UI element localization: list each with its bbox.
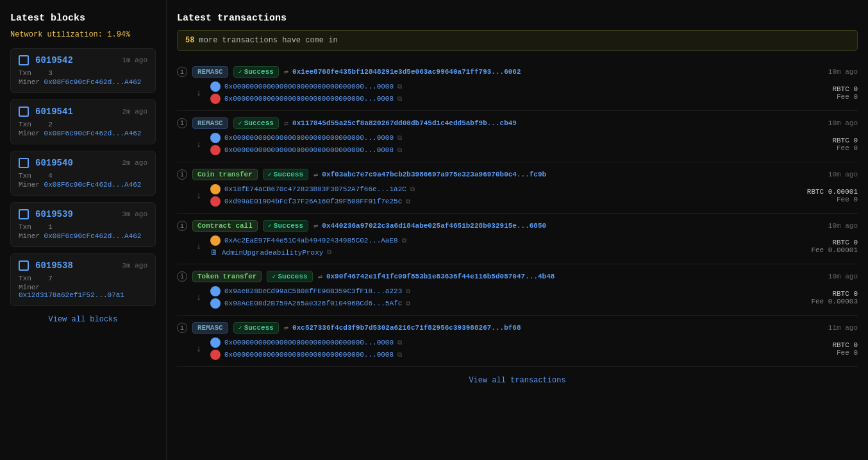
copy-icon[interactable]: ⧉: [397, 135, 402, 142]
block-number[interactable]: 6019539: [19, 209, 73, 219]
block-txn: Txn 1: [19, 223, 147, 231]
copy-icon[interactable]: ⧉: [402, 237, 406, 244]
block-time: 3m ago: [122, 262, 147, 269]
tx-status-badge: Success: [263, 169, 308, 180]
block-txn: Txn 3: [19, 69, 147, 77]
tx-time: 10m ago: [828, 222, 858, 230]
tx-values: RBTC 0 Fee 0.00001: [806, 239, 858, 254]
tx-time: 10m ago: [828, 171, 858, 178]
to-addr-circle: [210, 350, 221, 360]
network-util: Network utilization: 1.94%: [10, 30, 156, 39]
view-all-blocks-link[interactable]: View all blocks: [10, 315, 156, 324]
view-all-transactions-link[interactable]: View all transactions: [177, 376, 858, 385]
tx-type-badge: Contract call: [192, 220, 258, 232]
tx-top: i REMASC Success ⇌ 0xc527336f4cd3f9b7d53…: [177, 322, 858, 334]
block-card: 6019540 2m ago Txn 4 Miner 0x08F6c90cFc4…: [10, 151, 156, 196]
to-address[interactable]: 0x0000000000000000000000000000000...0008: [224, 95, 394, 103]
block-number[interactable]: 6019541: [19, 106, 73, 117]
tx-type-badge: Coin transfer: [192, 169, 258, 180]
to-address[interactable]: 0x0000000000000000000000000000000...0008: [224, 146, 394, 154]
to-addr-row: 🗎 AdminUpgradeabilityProxy ⧉: [210, 248, 800, 257]
tx-arrow-icon: ⇌: [284, 119, 288, 128]
info-icon[interactable]: i: [177, 271, 187, 282]
tx-hash[interactable]: 0xc527336f4cd3f9b7d5302a6216c71f82956c39…: [292, 324, 521, 332]
tx-top: i Token transfer Success ⇌ 0x90f46742e1f…: [177, 271, 858, 282]
transaction-row: i REMASC Success ⇌ 0x117845d55a25cf8a820…: [177, 111, 858, 162]
to-addr-row: 0xd99aE01904bFcf37F26A160f39F508FF91f7e2…: [210, 196, 800, 207]
to-address[interactable]: 0xd99aE01904bFcf37F26A160f39F508FF91f7e2…: [224, 198, 402, 205]
copy-icon[interactable]: ⧉: [406, 288, 410, 295]
copy-icon[interactable]: ⧉: [397, 96, 402, 103]
info-icon[interactable]: i: [177, 221, 187, 231]
copy-icon[interactable]: ⧉: [410, 186, 415, 193]
to-addr-row: 0x0000000000000000000000000000000...0008…: [210, 350, 800, 360]
tx-details-row: ↓ 0x0000000000000000000000000000000...00…: [177, 337, 858, 360]
block-number[interactable]: 6019538: [19, 260, 73, 271]
copy-icon[interactable]: ⧉: [397, 147, 402, 154]
tx-hash[interactable]: 0x440236a97022c3a6d184abe025af4651b228b0…: [322, 222, 546, 230]
tx-down-arrow: ↓: [194, 293, 204, 303]
to-addr-row: 0x0000000000000000000000000000000...0008…: [210, 94, 800, 104]
notification-text: more transactions: [199, 36, 283, 45]
copy-icon[interactable]: ⧉: [397, 352, 402, 359]
info-icon[interactable]: i: [177, 118, 187, 128]
to-addr-circle: [210, 94, 221, 104]
tx-down-arrow: ↓: [194, 191, 204, 201]
info-icon[interactable]: i: [177, 169, 187, 180]
from-address[interactable]: 0x18fE74aCB670c472823B83F30752A7f66e...1…: [224, 185, 406, 193]
tx-details-row: ↓ 0x0000000000000000000000000000000...00…: [177, 133, 858, 155]
from-address[interactable]: 0x0000000000000000000000000000000...0000: [224, 339, 394, 346]
tx-arrow-icon: ⇌: [284, 323, 288, 333]
transactions-list: i REMASC Success ⇌ 0x1ee8768fe435bf12848…: [177, 60, 858, 367]
tx-details-row: ↓ 0x9ae828DeCd99aC5B08fFE90B359C3fF18...…: [177, 286, 858, 309]
from-address[interactable]: 0xAc2EaE97F44e51C4ab49492434985C02...AaE…: [224, 237, 398, 244]
tx-addresses: 0x9ae828DeCd99aC5B08fFE90B359C3fF18...a2…: [210, 286, 800, 309]
tx-status-badge: Success: [233, 117, 279, 129]
fee-value: Fee 0: [806, 93, 858, 101]
tx-values: RBTC 0 Fee 0: [806, 137, 858, 152]
info-icon[interactable]: i: [177, 67, 187, 77]
to-addr-circle: [210, 145, 221, 155]
from-address[interactable]: 0x0000000000000000000000000000000...0000: [224, 134, 394, 142]
rbtc-value: RBTC 0: [806, 137, 858, 144]
notification-bar: 58 more transactions have come in: [177, 30, 858, 51]
copy-icon[interactable]: ⧉: [406, 300, 410, 307]
tx-addresses: 0x0000000000000000000000000000000...0000…: [210, 81, 800, 104]
block-txn: Txn 2: [19, 121, 147, 128]
block-card: 6019542 1m ago Txn 3 Miner 0x08F6c90cFc4…: [10, 48, 156, 93]
from-addr-circle: [210, 337, 221, 348]
tx-values: RBTC 0 Fee 0: [806, 341, 858, 357]
tx-status-badge: Success: [233, 66, 279, 78]
block-miner: Miner 0x08F6c90cFc462d...A462: [19, 181, 147, 189]
tx-time: 11m ago: [828, 324, 858, 332]
copy-icon[interactable]: ⧉: [397, 83, 402, 90]
tx-hash[interactable]: 0xf03abc7e7c9a47bcb2b3986697a975e323a969…: [322, 171, 546, 178]
contract-name[interactable]: AdminUpgradeabilityProxy: [222, 249, 323, 257]
tx-hash[interactable]: 0x90f46742e1f41fc09f853b1e83636f44e116b5…: [326, 273, 555, 280]
from-addr-circle: [210, 184, 221, 194]
from-addr-row: 0x18fE74aCB670c472823B83F30752A7f66e...1…: [210, 184, 800, 194]
block-miner: Miner 0x08F6c90cFc462d...A462: [19, 130, 147, 137]
copy-icon[interactable]: ⧉: [327, 249, 331, 256]
tx-details-row: ↓ 0x0000000000000000000000000000000...00…: [177, 81, 858, 104]
to-address[interactable]: 0x0000000000000000000000000000000...0008: [224, 351, 394, 359]
tx-top: i Contract call Success ⇌ 0x440236a97022…: [177, 220, 858, 232]
from-addr-row: 0x9ae828DeCd99aC5B08fFE90B359C3fF18...a2…: [210, 286, 800, 296]
copy-icon[interactable]: ⧉: [406, 198, 410, 205]
block-time: 3m ago: [122, 210, 147, 218]
block-number[interactable]: 6019542: [19, 55, 73, 65]
tx-values: RBTC 0.00001 Fee 0: [806, 188, 858, 203]
copy-icon[interactable]: ⧉: [397, 339, 402, 346]
from-address[interactable]: 0x0000000000000000000000000000000...0000: [224, 83, 394, 90]
tx-time: 10m ago: [828, 119, 858, 127]
block-number[interactable]: 6019540: [19, 158, 73, 168]
transaction-row: i REMASC Success ⇌ 0x1ee8768fe435bf12848…: [177, 60, 858, 111]
tx-type-badge: Token transfer: [192, 271, 262, 282]
blocks-list: 6019542 1m ago Txn 3 Miner 0x08F6c90cFc4…: [10, 48, 156, 306]
tx-hash[interactable]: 0x1ee8768fe435bf12848291e3d5e063ac99640a…: [292, 68, 521, 76]
to-address[interactable]: 0x98AcE08d2B759A265ae326f010496BCd6...5A…: [224, 300, 402, 307]
transaction-row: i Coin transfer Success ⇌ 0xf03abc7e7c9a…: [177, 162, 858, 214]
tx-hash[interactable]: 0x117845d55a25cf8a820267dd08db745d1c4edd…: [292, 119, 517, 127]
info-icon[interactable]: i: [177, 323, 187, 333]
from-address[interactable]: 0x9ae828DeCd99aC5B08fFE90B359C3fF18...a2…: [224, 287, 402, 295]
